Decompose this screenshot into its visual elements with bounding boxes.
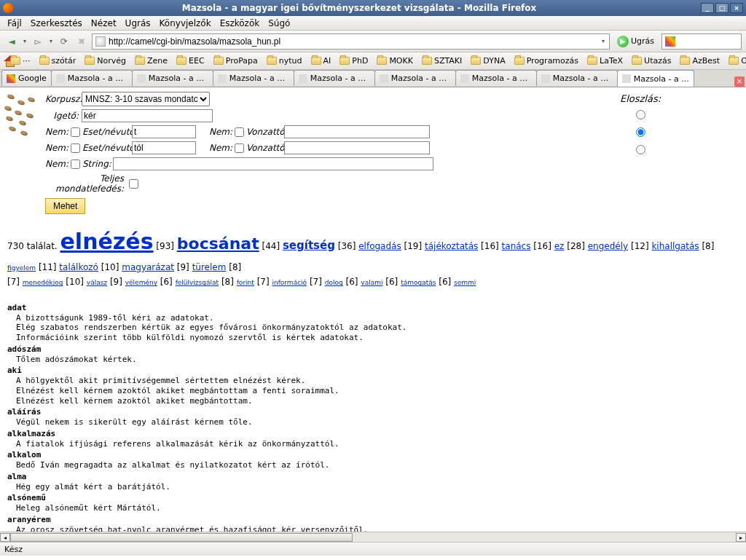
back-button[interactable]: ◄ bbox=[4, 34, 19, 49]
cloud-word-dolog[interactable]: dolog bbox=[325, 279, 343, 286]
nem2b-check[interactable] bbox=[235, 143, 244, 153]
tab-4[interactable]: Mazsola - a ma... bbox=[294, 70, 375, 86]
nem1b-check[interactable] bbox=[235, 127, 244, 137]
tab-3[interactable]: Mazsola - a ma... bbox=[213, 70, 294, 86]
stop-button[interactable]: ✖ bbox=[74, 34, 89, 49]
teljes-check[interactable] bbox=[129, 179, 138, 189]
cloud-word-ez[interactable]: ez bbox=[554, 241, 565, 251]
nem3-label: Nem: bbox=[45, 159, 68, 169]
vonz1-input[interactable] bbox=[284, 125, 430, 138]
string-input[interactable] bbox=[113, 157, 433, 170]
bookmark-programozás[interactable]: Programozás bbox=[511, 55, 581, 67]
menu-bookmarks[interactable]: Könyvjelzők bbox=[155, 17, 216, 30]
folder-icon bbox=[422, 57, 432, 65]
hscroll-left-arrow[interactable]: ◂ bbox=[0, 533, 10, 542]
bookmark-olvas[interactable]: Olvas bbox=[726, 55, 746, 67]
cloud-word-figyelem[interactable]: figyelem bbox=[7, 264, 36, 272]
cloud-word-tájékoztatás[interactable]: tájékoztatás bbox=[425, 241, 478, 251]
tab-1[interactable]: Mazsola - a ma... bbox=[51, 70, 133, 86]
forward-history-dropdown[interactable]: ▾ bbox=[48, 38, 54, 44]
bookmark-dyna[interactable]: DYNA bbox=[468, 55, 508, 67]
bookmark-sztaki[interactable]: SZTAKI bbox=[419, 55, 465, 67]
menu-go[interactable]: Ugrás bbox=[121, 17, 155, 30]
bookmark-phd[interactable]: PhD bbox=[337, 55, 371, 67]
tab-2[interactable]: Mazsola - a ma... bbox=[132, 70, 213, 86]
vonz1-label: Vonzattő: bbox=[246, 127, 284, 137]
bookmark-latex[interactable]: LaTeX bbox=[584, 55, 626, 67]
cloud-word-valami[interactable]: valami bbox=[361, 279, 382, 286]
cloud-word-magyarázat[interactable]: magyarázat bbox=[122, 262, 174, 272]
cloud-word-menedékjog[interactable]: menedékjog bbox=[23, 279, 63, 286]
search-input[interactable] bbox=[678, 36, 738, 47]
bookmark-propapa[interactable]: ProPapa bbox=[211, 55, 261, 67]
hscroll-thumb[interactable] bbox=[10, 533, 353, 542]
cloud-word-információ[interactable]: információ bbox=[272, 279, 307, 286]
bookmark-nytud[interactable]: nytud bbox=[264, 55, 305, 67]
cloud-word-türelem[interactable]: türelem bbox=[192, 262, 227, 272]
bookmark-mokk[interactable]: MOKK bbox=[374, 55, 416, 67]
nem1-check[interactable] bbox=[71, 127, 80, 137]
bookmark-ai[interactable]: AI bbox=[308, 55, 334, 67]
tab-close-button[interactable]: × bbox=[734, 76, 745, 87]
cloud-word-elnézés[interactable]: elnézés bbox=[60, 229, 154, 254]
cloud-word-vélemény[interactable]: vélemény bbox=[125, 279, 157, 286]
bookmark-norvég[interactable]: Norvég bbox=[82, 55, 129, 67]
submit-button[interactable]: Mehet bbox=[45, 198, 85, 214]
cloud-word-elfogadás[interactable]: elfogadás bbox=[358, 241, 401, 251]
cloud-word-bocsánat[interactable]: bocsánat bbox=[177, 234, 259, 253]
korpusz-select[interactable]: MNSZ: 3-10 szavas mondatok bbox=[82, 92, 210, 106]
forward-button[interactable]: ▻ bbox=[31, 34, 45, 49]
tab-0[interactable]: Google bbox=[1, 70, 52, 86]
eset2-input[interactable] bbox=[132, 141, 196, 154]
menu-view[interactable]: Nézet bbox=[87, 17, 121, 30]
nem2-check[interactable] bbox=[71, 143, 80, 153]
cloud-word-forint[interactable]: forint bbox=[237, 279, 254, 286]
menu-help[interactable]: Súgó bbox=[264, 17, 294, 30]
eloszlas-radio-1[interactable] bbox=[636, 110, 645, 119]
cloud-word-semmi[interactable]: semmi bbox=[454, 279, 476, 286]
hscroll-right-arrow[interactable]: ▸ bbox=[736, 533, 746, 542]
menu-bar: Fájl Szerkesztés Nézet Ugrás Könyvjelzők… bbox=[0, 16, 746, 31]
eloszlas-radio-2[interactable] bbox=[636, 127, 645, 137]
window-maximize-button[interactable]: □ bbox=[715, 3, 729, 13]
menu-tools[interactable]: Eszközök bbox=[216, 17, 264, 30]
cloud-word-segítség[interactable]: segítség bbox=[283, 239, 335, 252]
page-favicon bbox=[622, 74, 631, 83]
bookmark-szótár[interactable]: szótár bbox=[36, 55, 79, 67]
igeto-input[interactable] bbox=[82, 109, 213, 122]
cloud-word-tanács[interactable]: tanács bbox=[502, 241, 531, 251]
menu-edit[interactable]: Szerkesztés bbox=[26, 17, 87, 30]
eset1-input[interactable] bbox=[132, 125, 196, 138]
nem3-check[interactable] bbox=[71, 159, 80, 169]
cloud-word-találkozó[interactable]: találkozó bbox=[59, 262, 98, 272]
eloszlas-radio-3[interactable] bbox=[636, 145, 645, 154]
tab-8[interactable]: Mazsola - a ... bbox=[617, 70, 694, 87]
search-engine-icon[interactable] bbox=[665, 36, 675, 47]
horizontal-scrollbar[interactable]: ◂ ▸ bbox=[0, 532, 746, 542]
cloud-word-kihallgatás[interactable]: kihallgatás bbox=[651, 241, 699, 251]
window-close-button[interactable]: × bbox=[730, 3, 743, 13]
cloud-word-engedély[interactable]: engedély bbox=[588, 241, 628, 251]
go-button[interactable]: ▶ Ugrás bbox=[613, 36, 659, 47]
url-input[interactable] bbox=[109, 36, 600, 47]
search-box[interactable] bbox=[661, 33, 742, 50]
reload-button[interactable]: ⟳ bbox=[57, 34, 71, 49]
cloud-word-válasz[interactable]: válasz bbox=[87, 279, 107, 286]
cloud-word-támogatás[interactable]: támogatás bbox=[401, 279, 436, 286]
menu-file[interactable]: Fájl bbox=[3, 17, 26, 30]
back-history-dropdown[interactable]: ▾ bbox=[22, 38, 28, 44]
tab-6[interactable]: Mazsola - a ma... bbox=[455, 70, 537, 86]
bookmark-zene[interactable]: Zene bbox=[132, 55, 170, 67]
url-bar[interactable]: ▾ bbox=[92, 33, 610, 50]
bookmark-eec[interactable]: EEC bbox=[173, 55, 208, 67]
url-history-dropdown[interactable]: ▾ bbox=[600, 38, 606, 44]
tab-7[interactable]: Mazsola - a ma... bbox=[536, 70, 618, 86]
tab-5[interactable]: Mazsola - a ma... bbox=[374, 70, 456, 86]
bookmark-utazás[interactable]: Utazás bbox=[629, 55, 674, 67]
vonz2-input[interactable] bbox=[284, 141, 430, 154]
concordance-line: Heleg alsóneműt kért Mártától. bbox=[7, 503, 739, 513]
bookmark-azbest[interactable]: AzBest bbox=[677, 55, 723, 67]
page-content: Korpusz: MNSZ: 3-10 szavas mondatok Iget… bbox=[0, 87, 746, 532]
window-minimize-button[interactable]: _ bbox=[701, 3, 714, 13]
cloud-word-felülvizsgálat[interactable]: felülvizsgálat bbox=[176, 279, 219, 286]
